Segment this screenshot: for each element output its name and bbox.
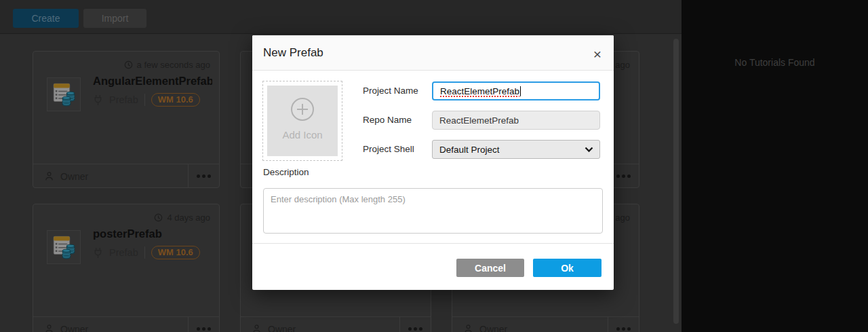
prefab-icon	[47, 230, 81, 264]
card-footer: Owner	[452, 316, 639, 332]
footer-divider	[252, 243, 614, 244]
card-menu-button[interactable]	[608, 317, 639, 332]
project-shell-select[interactable]: Default Project	[432, 140, 600, 159]
version-badge: WM 10.6	[151, 246, 200, 259]
description-textarea[interactable]	[263, 188, 603, 234]
person-icon	[463, 324, 473, 332]
description-label: Description	[263, 167, 309, 177]
add-icon-label: Add Icon	[282, 129, 322, 141]
plus-circle-icon	[291, 98, 314, 121]
project-shell-value: Default Project	[439, 145, 500, 155]
meta-divider	[144, 94, 145, 106]
create-button[interactable]: Create	[13, 9, 79, 28]
add-icon-dropzone[interactable]: Add Icon	[262, 81, 342, 161]
project-name-input[interactable]: ReactElemetPrefab	[432, 81, 600, 100]
ellipsis-menu-icon	[197, 327, 200, 331]
plug-icon	[93, 94, 103, 106]
card-timestamp: a few seconds ago	[124, 60, 210, 70]
new-prefab-dialog: New Prefab × Add Icon Project Name React…	[252, 35, 614, 290]
project-shell-label: Project Shell	[363, 140, 431, 159]
prefab-window-db-icon	[50, 233, 78, 261]
owner-text: Owner	[268, 324, 296, 332]
owner-text: Owner	[60, 324, 88, 332]
prefab-window-db-icon	[50, 80, 78, 109]
owner-label: Owner	[241, 317, 399, 332]
repo-name-label: Repo Name	[363, 111, 431, 130]
ellipsis-menu-icon	[616, 174, 620, 178]
card-menu-button[interactable]	[188, 164, 219, 188]
project-name-value: ReactElemetPrefab	[440, 86, 519, 96]
meta-divider	[144, 246, 145, 259]
ellipsis-menu-icon	[616, 327, 620, 331]
app-window: Create Import a few seconds ago	[0, 0, 868, 332]
card-title: AngularElementPrefab	[93, 75, 212, 88]
owner-label: Owner	[33, 164, 188, 188]
plug-icon	[93, 247, 103, 259]
owner-text: Owner	[60, 171, 88, 182]
card-footer: Owner	[241, 316, 431, 332]
card-timestamp: 4 days ago	[154, 213, 210, 223]
card-footer: Owner	[33, 164, 219, 188]
prefab-card-angularelementprefab[interactable]: a few seconds ago	[33, 51, 220, 188]
close-icon[interactable]: ×	[589, 45, 606, 62]
dialog-title: New Prefab	[263, 35, 323, 71]
owner-label: Owner	[33, 317, 188, 332]
timestamp-text: 4 days ago	[167, 213, 210, 223]
person-icon	[44, 171, 54, 181]
prefab-card-posterprefab[interactable]: 4 days ago	[33, 204, 220, 332]
clock-icon	[124, 60, 133, 69]
tutorials-panel: No Tutorials Found	[682, 0, 868, 332]
owner-label: Owner	[452, 317, 608, 332]
import-button[interactable]: Import	[83, 9, 146, 28]
card-footer: Owner	[33, 316, 219, 332]
clock-icon	[154, 213, 163, 222]
timestamp-text: a few seconds ago	[137, 60, 210, 70]
card-type-label: Prefab	[109, 94, 138, 105]
chevron-down-icon	[585, 147, 593, 153]
vertical-scrollbar[interactable]	[673, 39, 679, 324]
card-menu-button[interactable]	[399, 317, 431, 332]
person-icon	[252, 324, 262, 332]
repo-name-input: ReactElemetPrefab	[432, 111, 600, 130]
version-badge: WM 10.6	[151, 93, 200, 107]
person-icon	[44, 324, 54, 332]
text-caret	[520, 86, 521, 96]
project-name-label: Project Name	[363, 81, 431, 100]
owner-text: Owner	[479, 324, 507, 332]
card-title: posterPrefab	[93, 227, 212, 240]
ellipsis-menu-icon	[197, 174, 200, 178]
prefab-icon	[47, 77, 81, 111]
card-type-label: Prefab	[109, 247, 138, 258]
card-menu-button[interactable]	[188, 317, 219, 332]
topbar: Create Import	[0, 0, 682, 34]
cancel-button[interactable]: Cancel	[456, 259, 524, 277]
dialog-header: New Prefab ×	[252, 35, 614, 71]
tutorials-empty-message: No Tutorials Found	[682, 57, 868, 68]
repo-name-value: ReactElemetPrefab	[439, 115, 519, 126]
ok-button[interactable]: Ok	[533, 259, 601, 277]
ellipsis-menu-icon	[408, 327, 412, 331]
